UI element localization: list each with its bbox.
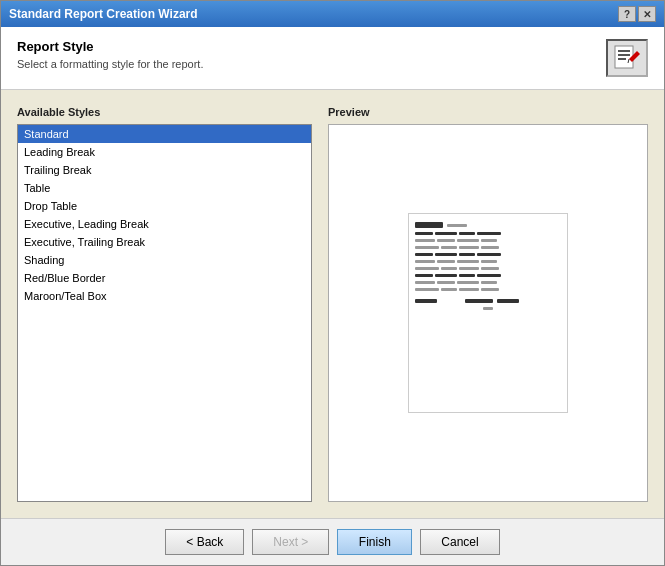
report-icon (606, 39, 648, 77)
list-item-standard[interactable]: Standard (18, 125, 311, 143)
next-button[interactable]: Next > (252, 529, 329, 555)
window-title: Standard Report Creation Wizard (9, 7, 198, 21)
list-item-leading-break[interactable]: Leading Break (18, 143, 311, 161)
section-subtitle: Select a formatting style for the report… (17, 58, 203, 70)
svg-rect-0 (615, 46, 633, 68)
header-text: Report Style Select a formatting style f… (17, 39, 203, 70)
svg-rect-1 (618, 50, 630, 52)
right-panel: Preview (328, 106, 648, 502)
list-item-drop-table[interactable]: Drop Table (18, 197, 311, 215)
preview-label: Preview (328, 106, 648, 118)
section-title: Report Style (17, 39, 203, 54)
preview-inner (408, 213, 568, 413)
svg-rect-3 (618, 58, 626, 60)
styles-panel-label: Available Styles (17, 106, 312, 118)
close-button[interactable]: ✕ (638, 6, 656, 22)
preview-page-num (415, 307, 561, 310)
cancel-button[interactable]: Cancel (420, 529, 499, 555)
panels: Available Styles Standard Leading Break … (17, 106, 648, 502)
svg-rect-2 (618, 54, 630, 56)
preview-box (328, 124, 648, 502)
report-icon-svg (613, 45, 641, 71)
footer-section: < Back Next > Finish Cancel (1, 518, 664, 565)
list-item-red-blue[interactable]: Red/Blue Border (18, 269, 311, 287)
back-button[interactable]: < Back (165, 529, 244, 555)
title-bar-buttons: ? ✕ (618, 6, 656, 22)
finish-button[interactable]: Finish (337, 529, 412, 555)
title-bar: Standard Report Creation Wizard ? ✕ (1, 1, 664, 27)
styles-list[interactable]: Standard Leading Break Trailing Break Ta… (17, 124, 312, 502)
help-button[interactable]: ? (618, 6, 636, 22)
content-area: Report Style Select a formatting style f… (1, 27, 664, 565)
preview-footer-bars (415, 299, 561, 303)
main-body: Crystal Reports Available Styles Standar… (1, 90, 664, 518)
list-item-executive-leading[interactable]: Executive, Leading Break (18, 215, 311, 233)
list-item-shading[interactable]: Shading (18, 251, 311, 269)
list-item-executive-trailing[interactable]: Executive, Trailing Break (18, 233, 311, 251)
header-section: Report Style Select a formatting style f… (1, 27, 664, 90)
list-item-maroon-teal[interactable]: Maroon/Teal Box (18, 287, 311, 305)
left-panel: Available Styles Standard Leading Break … (17, 106, 312, 502)
list-item-trailing-break[interactable]: Trailing Break (18, 161, 311, 179)
wizard-window: Standard Report Creation Wizard ? ✕ Repo… (0, 0, 665, 566)
list-item-table[interactable]: Table (18, 179, 311, 197)
